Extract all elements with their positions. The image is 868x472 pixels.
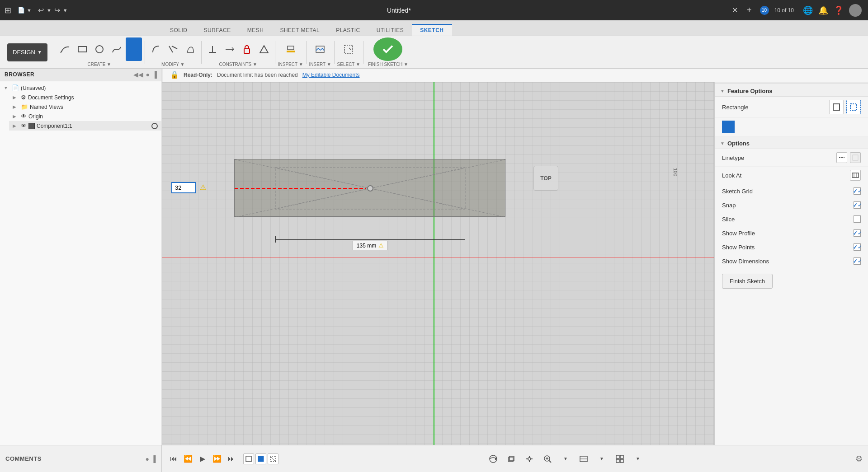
tool-perp[interactable] (204, 37, 221, 61)
tool-display-options[interactable]: ▼ (594, 452, 609, 466)
tool-rectangle[interactable] (74, 37, 90, 61)
tool-curve[interactable] (57, 37, 73, 61)
tool-orbit[interactable] (486, 452, 500, 466)
show-dimensions-checkbox[interactable]: ✓ (854, 257, 861, 265)
tree-item-root[interactable]: ▼ 📄 (Unsaved) (0, 83, 161, 93)
rect-option-outline[interactable] (829, 100, 844, 114)
sketch-rectangle-outer[interactable]: ⚠ 135 mm ⚠ (234, 159, 505, 217)
tab-sheet-metal[interactable]: SHEET METAL (272, 24, 328, 36)
tab-plastic[interactable]: PLASTIC (328, 24, 368, 36)
tree-item-doc-settings[interactable]: ▶ ⚙ Document Settings (9, 93, 161, 102)
sketch-palette: ◀ ● SKETCH PALETTE ▶▶ ▼ Feature Options … (714, 68, 868, 472)
tree-item-origin[interactable]: ▶ 👁 Origin (9, 112, 161, 121)
component-badge (151, 123, 158, 129)
svg-rect-49 (620, 459, 623, 463)
tab-mesh[interactable]: MESH (239, 24, 272, 36)
active-rect-option (715, 118, 868, 136)
look-at-btn[interactable] (850, 170, 861, 181)
tree-item-named-views[interactable]: ▶ 📁 Named Views (9, 102, 161, 112)
tree-children: ▶ ⚙ Document Settings ▶ 📁 Named Views ▶ … (0, 93, 161, 131)
tool-triangle[interactable] (256, 37, 272, 61)
playback-play[interactable]: ▶ (196, 453, 209, 465)
show-profile-checkbox[interactable]: ✓ (854, 229, 861, 237)
tool-center-rect[interactable] (126, 37, 142, 61)
view-icon-1[interactable] (243, 453, 254, 464)
tool-inspect[interactable] (283, 37, 299, 61)
slice-checkbox[interactable] (854, 215, 861, 223)
playback-prev[interactable]: ⏪ (182, 453, 194, 465)
finish-sketch-ribbon-btn[interactable] (373, 37, 402, 61)
tool-insert-image[interactable] (312, 37, 328, 61)
sketch-grid-checkbox[interactable]: ✓ (854, 187, 861, 195)
tool-lock[interactable] (239, 37, 255, 61)
tool-horiz[interactable] (222, 37, 238, 61)
browser-dot[interactable]: ● (146, 71, 150, 78)
redo-button[interactable]: ↪ (54, 6, 60, 14)
undo-button[interactable]: ↩ (38, 6, 44, 14)
bottom-center-tools: ▼ ▼ ▼ (278, 452, 853, 466)
linetype-btn1[interactable] (836, 152, 847, 163)
viewcube[interactable]: TOP (533, 166, 558, 191)
tool-pan[interactable] (522, 452, 537, 466)
tool-grid-options[interactable]: ▼ (631, 452, 645, 466)
tool-grid-view[interactable] (613, 452, 627, 466)
doc-count-label[interactable]: 10 of 10 (774, 7, 794, 14)
dimension-input[interactable] (171, 182, 196, 193)
tool-display[interactable] (576, 452, 591, 466)
add-tab-button[interactable]: + (747, 5, 752, 15)
comments-dot[interactable]: ● (146, 455, 150, 463)
doc-count-badge: 10 (760, 6, 769, 15)
playback-controls: ⏮ ⏪ ▶ ⏩ ⏭ (162, 453, 243, 465)
tab-solid[interactable]: SOLID (162, 24, 196, 36)
comments-collapse[interactable]: ▐ (151, 455, 156, 463)
tool-offset[interactable] (182, 37, 198, 61)
snap-checkbox[interactable]: ✓ (854, 201, 861, 209)
tree-item-component[interactable]: ▶ 👁 Component1:1 (9, 121, 161, 131)
named-views-label: Named Views (30, 104, 158, 110)
browser-back-icon[interactable]: ◀◀ (133, 71, 143, 78)
show-points-checkbox[interactable]: ✓ (854, 243, 861, 251)
axis-horizontal (162, 257, 714, 257)
active-rect-btn[interactable] (722, 121, 735, 133)
globe-icon[interactable]: 🌐 (803, 5, 813, 15)
finish-sketch-btn[interactable]: Finish Sketch (722, 274, 773, 289)
canvas[interactable]: ⚠ 135 mm ⚠ 100 TOP (162, 82, 714, 445)
svg-rect-1 (78, 47, 86, 52)
design-dropdown[interactable]: DESIGN ▼ (7, 43, 47, 61)
feature-options-header[interactable]: ▼ Feature Options (715, 84, 868, 97)
playback-next[interactable]: ⏩ (211, 453, 223, 465)
playback-start[interactable]: ⏮ (167, 453, 180, 465)
file-menu[interactable]: 📄▼ (14, 7, 35, 14)
tab-utilities[interactable]: UTILITIES (368, 24, 412, 36)
tool-zoom-options[interactable]: ▼ (558, 452, 573, 466)
rect-option-dashed[interactable] (846, 100, 861, 114)
origin-label: Origin (28, 113, 158, 120)
tool-select[interactable] (340, 37, 357, 61)
options-header[interactable]: ▼ Options (715, 136, 868, 149)
tool-circle[interactable] (91, 37, 108, 61)
user-avatar[interactable] (849, 4, 862, 17)
notif-link[interactable]: My Editable Documents (302, 72, 360, 78)
comments-section: COMMENTS ● ▐ (0, 445, 162, 472)
tool-fillet[interactable] (148, 37, 164, 61)
view-icon-2[interactable] (255, 453, 266, 464)
playback-end[interactable]: ⏭ (225, 453, 238, 465)
tool-spline[interactable] (108, 37, 125, 61)
tool-trim[interactable] (165, 37, 181, 61)
settings-button[interactable]: ⚙ (853, 453, 865, 465)
doc-settings-label: Document Settings (28, 94, 158, 101)
browser-header: BROWSER ◀◀ ● ▐ (0, 68, 161, 81)
grid-icon[interactable]: ⊞ (5, 5, 11, 15)
comments-controls: ● ▐ (146, 455, 156, 463)
close-button[interactable]: ✕ (732, 6, 738, 14)
tab-surface[interactable]: SURFACE (196, 24, 239, 36)
help-icon[interactable]: ❓ (834, 5, 844, 15)
view-icon-3[interactable] (268, 453, 278, 464)
browser-collapse[interactable]: ▐ (152, 71, 157, 78)
tab-sketch[interactable]: SKETCH (412, 24, 452, 36)
bell-icon[interactable]: 🔔 (818, 5, 828, 15)
tool-duplicate[interactable] (504, 452, 519, 466)
tool-zoom[interactable] (540, 452, 555, 466)
show-profile-label: Show Profile (722, 230, 755, 237)
linetype-btn2[interactable] (850, 152, 861, 163)
